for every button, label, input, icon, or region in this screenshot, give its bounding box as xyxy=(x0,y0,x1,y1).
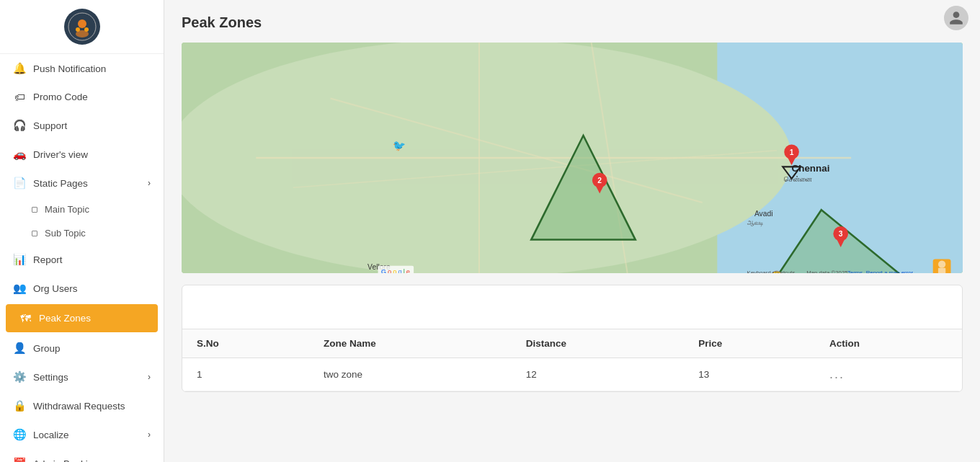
map-icon: 🗺 xyxy=(19,312,32,324)
table-row: 1 two zone 12 13 ... xyxy=(182,358,962,391)
sidebar-subitem-main-topic[interactable]: Main Topic xyxy=(0,197,164,221)
sidebar-logo xyxy=(0,0,164,54)
sidebar-item-withdrawal-requests[interactable]: 🔒 Withdrawal Requests xyxy=(0,391,164,420)
svg-text:g: g xyxy=(398,268,401,273)
svg-point-41 xyxy=(938,260,945,267)
sidebar-item-settings[interactable]: ⚙️ Settings › xyxy=(0,363,164,391)
chevron-right-icon: › xyxy=(148,372,151,382)
col-header-sno: S.No xyxy=(182,329,309,358)
page-title: Peak Zones xyxy=(182,14,963,31)
sidebar-item-static-pages[interactable]: 📄 Static Pages › xyxy=(0,169,164,197)
lock-icon: 🔒 xyxy=(13,399,26,412)
svg-text:G: G xyxy=(381,268,386,273)
gear-icon: ⚙️ xyxy=(13,370,26,383)
sidebar-item-peak-zones[interactable]: 🗺 Peak Zones xyxy=(6,304,158,332)
chevron-right-icon: › xyxy=(148,430,151,440)
svg-text:Terms: Terms xyxy=(847,270,863,273)
sidebar-item-label: Peak Zones xyxy=(39,313,91,324)
sidebar-item-label: Support xyxy=(33,120,67,131)
svg-text:Map data ©2025: Map data ©2025 xyxy=(806,270,847,273)
car-icon: 🚗 xyxy=(13,148,26,161)
action-menu-button[interactable]: ... xyxy=(829,367,845,381)
col-header-price: Price xyxy=(684,329,815,358)
cell-distance: 12 xyxy=(512,358,685,391)
svg-text:ஆவடி: ஆவடி xyxy=(747,219,764,227)
svg-text:Keyboard shortcuts: Keyboard shortcuts xyxy=(747,270,796,273)
globe-icon: 🌐 xyxy=(13,428,26,441)
svg-text:Avadi: Avadi xyxy=(754,210,773,218)
sidebar-subitem-label: Main Topic xyxy=(45,204,89,215)
group-icon: 👤 xyxy=(13,342,26,355)
sidebar-item-label: Static Pages xyxy=(33,178,88,189)
cell-zone-name: two zone xyxy=(309,358,512,391)
sidebar-item-push-notification[interactable]: 🔔 Push Notification xyxy=(0,54,164,83)
cell-action[interactable]: ... xyxy=(815,358,962,391)
sidebar-subitem-sub-topic[interactable]: Sub Topic xyxy=(0,221,164,245)
sidebar-item-admin-bookings[interactable]: 📅 Admin Bookings xyxy=(0,449,164,462)
svg-text:1: 1 xyxy=(790,148,794,156)
sidebar-item-label: Push Notification xyxy=(33,63,106,74)
sidebar-item-group[interactable]: 👤 Group xyxy=(0,334,164,363)
sub-dot-icon xyxy=(32,207,37,213)
sidebar-item-label: Report xyxy=(33,254,63,265)
svg-text:Report a map error: Report a map error xyxy=(866,270,914,273)
sidebar-item-report[interactable]: 📊 Report xyxy=(0,245,164,274)
app-logo xyxy=(64,9,100,45)
sidebar-item-label: Withdrawal Requests xyxy=(33,401,125,412)
svg-point-4 xyxy=(84,27,89,32)
users-icon: 👥 xyxy=(13,282,26,295)
svg-point-3 xyxy=(76,27,80,32)
svg-text:சென்னை: சென்னை xyxy=(784,175,812,183)
sidebar-item-label: Org Users xyxy=(33,283,78,294)
sidebar: 🔔 Push Notification 🏷 Promo Code 🎧 Suppo… xyxy=(0,0,164,462)
tag-icon: 🏷 xyxy=(13,91,26,103)
svg-rect-42 xyxy=(938,268,945,273)
col-header-distance: Distance xyxy=(512,329,685,358)
sidebar-item-support[interactable]: 🎧 Support xyxy=(0,111,164,140)
table-section: S.No Zone Name Distance Price Action 1 t… xyxy=(182,285,963,392)
sidebar-item-drivers-view[interactable]: 🚗 Driver's view xyxy=(0,140,164,169)
svg-text:o: o xyxy=(388,268,391,273)
svg-text:3: 3 xyxy=(839,230,843,238)
svg-point-1 xyxy=(78,19,86,28)
svg-text:o: o xyxy=(393,268,396,273)
sidebar-item-label: Settings xyxy=(33,372,68,383)
bell-icon: 🔔 xyxy=(13,62,26,75)
calendar-icon: 📅 xyxy=(13,457,26,462)
main-content: Peak Zones Chennai சென்னை Avadi ஆவடி Vel… xyxy=(164,0,980,462)
svg-text:l: l xyxy=(404,268,405,273)
sidebar-item-org-users[interactable]: 👥 Org Users xyxy=(0,274,164,303)
map-view: Chennai சென்னை Avadi ஆவடி Vellore வேலூர்… xyxy=(182,43,963,273)
chart-icon: 📊 xyxy=(13,253,26,266)
file-icon: 📄 xyxy=(13,177,26,190)
sidebar-item-promo-code[interactable]: 🏷 Promo Code xyxy=(0,83,164,111)
cell-price: 13 xyxy=(684,358,815,391)
sub-dot-icon xyxy=(32,231,37,236)
peak-zones-table: S.No Zone Name Distance Price Action 1 t… xyxy=(182,329,962,391)
sidebar-item-localize[interactable]: 🌐 Localize › xyxy=(0,420,164,449)
user-avatar[interactable] xyxy=(944,6,968,30)
sidebar-item-label: Localize xyxy=(33,430,69,440)
sidebar-item-label: Admin Bookings xyxy=(33,458,104,463)
svg-text:e: e xyxy=(406,268,410,273)
sidebar-item-label: Promo Code xyxy=(33,92,88,102)
headset-icon: 🎧 xyxy=(13,119,26,132)
chevron-right-icon: › xyxy=(148,178,151,188)
sidebar-item-label: Group xyxy=(33,343,61,354)
sidebar-item-label: Driver's view xyxy=(33,149,88,160)
col-header-zone-name: Zone Name xyxy=(309,329,512,358)
svg-text:2: 2 xyxy=(597,177,602,185)
svg-text:🐦: 🐦 xyxy=(393,139,406,152)
cell-sno: 1 xyxy=(182,358,309,391)
map-container[interactable]: Chennai சென்னை Avadi ஆவடி Vellore வேலூர்… xyxy=(182,43,963,273)
sidebar-subitem-label: Sub Topic xyxy=(45,228,86,239)
table-header-area xyxy=(182,285,962,329)
col-header-action: Action xyxy=(815,329,962,358)
